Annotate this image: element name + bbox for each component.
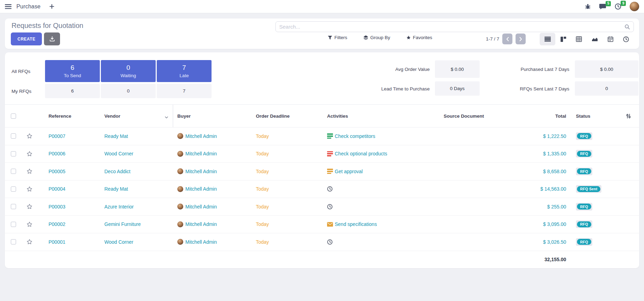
export-button[interactable] [44, 32, 60, 45]
filters-menu[interactable]: Filters [328, 35, 347, 40]
favorites-menu[interactable]: Favorites [406, 35, 432, 40]
row-checkbox[interactable] [11, 239, 16, 244]
vendor-link[interactable]: Gemini Furniture [104, 221, 141, 227]
column-header-total[interactable]: Total [511, 105, 567, 127]
tile-my-late[interactable]: 7 [157, 84, 212, 98]
favorite-star-icon[interactable] [21, 233, 38, 251]
favorite-star-icon[interactable] [21, 145, 38, 163]
lead-time-value[interactable]: 0 Days [435, 81, 480, 96]
column-header-activities[interactable]: Activities [324, 105, 441, 127]
buyer-link[interactable]: Mitchell Admin [185, 204, 217, 210]
buyer-link[interactable]: Mitchell Admin [185, 151, 217, 156]
tile-late[interactable]: 7 Late [157, 60, 212, 82]
buyer-avatar [177, 133, 183, 139]
reference-link[interactable]: P00002 [49, 221, 65, 227]
activity-cell[interactable] [327, 186, 333, 192]
row-checkbox[interactable] [11, 222, 16, 227]
order-deadline-value: Today [256, 204, 269, 210]
favorite-star-icon[interactable] [21, 198, 38, 215]
row-checkbox[interactable] [11, 151, 16, 156]
row-checkbox[interactable] [11, 186, 16, 192]
apps-menu-icon[interactable] [5, 4, 12, 9]
avg-order-value-value[interactable]: $ 0.00 [435, 60, 480, 78]
reference-link[interactable]: P00004 [49, 186, 65, 192]
activity-cell[interactable] [327, 239, 333, 245]
vendor-link[interactable]: Deco Addict [104, 169, 131, 174]
buyer-link[interactable]: Mitchell Admin [185, 169, 217, 174]
layers-icon [363, 35, 368, 40]
view-pivot-button[interactable] [571, 33, 587, 45]
search-bar[interactable] [275, 21, 634, 32]
column-header-order-deadline[interactable]: Order Deadline [249, 105, 324, 127]
purchased-last-7-days-value[interactable]: $ 0.00 [575, 60, 638, 78]
vendor-link[interactable]: Ready Mat [104, 186, 128, 192]
table-row[interactable]: P00003 Azure Interior Mitchell Admin Tod… [5, 198, 639, 216]
table-row[interactable]: P00001 Wood Corner Mitchell Admin Today … [5, 233, 639, 251]
app-name[interactable]: Purchase [16, 3, 40, 10]
favorite-star-icon[interactable] [21, 216, 38, 233]
table-row[interactable]: P00002 Gemini Furniture Mitchell Admin T… [5, 216, 639, 234]
tile-my-waiting[interactable]: 0 [101, 84, 156, 98]
buyer-link[interactable]: Mitchell Admin [185, 186, 217, 192]
row-checkbox[interactable] [11, 204, 16, 209]
vendor-link[interactable]: Azure Interior [104, 204, 134, 210]
row-checkbox[interactable] [11, 133, 16, 139]
buyer-link[interactable]: Mitchell Admin [185, 221, 217, 227]
activities-clock-icon[interactable]: 9 [615, 3, 621, 10]
vendor-link[interactable]: Wood Corner [104, 151, 133, 156]
column-header-source-document[interactable]: Source Document [441, 105, 511, 127]
debug-bug-icon[interactable] [585, 3, 591, 9]
column-header-status[interactable]: Status [567, 105, 617, 127]
user-avatar[interactable] [630, 2, 639, 11]
buyer-link[interactable]: Mitchell Admin [185, 133, 217, 139]
table-row[interactable]: P00004 Ready Mat Mitchell Admin Today $ … [5, 181, 639, 198]
create-button[interactable]: CREATE [11, 32, 42, 45]
tile-my-to-send[interactable]: 6 [45, 84, 100, 98]
avg-order-value-label: Avg Order Value [319, 67, 430, 72]
group-by-menu[interactable]: Group By [363, 35, 390, 40]
view-activity-button[interactable] [618, 33, 634, 45]
vendor-link[interactable]: Ready Mat [104, 133, 128, 139]
column-header-buyer[interactable]: Buyer [173, 105, 249, 127]
view-list-button[interactable] [540, 33, 555, 45]
pivot-view-icon [576, 36, 582, 42]
activity-cell[interactable]: Get approval [327, 169, 363, 174]
top-navbar: Purchase 5 9 [0, 0, 644, 13]
favorite-star-icon[interactable] [21, 127, 38, 145]
table-row[interactable]: P00005 Deco Addict Mitchell Admin Today … [5, 163, 639, 181]
new-tab-plus-icon[interactable] [50, 4, 54, 9]
reference-link[interactable]: P00006 [49, 151, 65, 156]
tile-waiting[interactable]: 0 Waiting [101, 60, 156, 82]
view-calendar-button[interactable] [602, 33, 618, 45]
rfqs-sent-last-7-days-value[interactable]: 0 [575, 81, 638, 96]
reference-link[interactable]: P00001 [49, 239, 65, 245]
favorite-star-icon[interactable] [21, 181, 38, 198]
optional-columns-button[interactable] [617, 105, 639, 127]
select-all-checkbox[interactable] [11, 113, 16, 119]
purchase-app-page: { "navbar": { "app_name": "Purchase", "m… [0, 0, 644, 301]
status-badge: RFQ Sent [576, 185, 601, 193]
column-header-vendor[interactable]: Vendor [99, 105, 173, 127]
activity-cell[interactable] [327, 204, 333, 210]
pager-next-button[interactable] [516, 34, 526, 44]
messages-icon[interactable]: 5 [599, 3, 606, 10]
favorite-star-icon[interactable] [21, 163, 38, 180]
activity-cell[interactable]: Check optional products [327, 151, 387, 156]
table-row[interactable]: P00006 Wood Corner Mitchell Admin Today … [5, 145, 639, 163]
pager-previous-button[interactable] [502, 34, 512, 44]
vendor-link[interactable]: Wood Corner [104, 239, 133, 245]
view-kanban-button[interactable] [555, 33, 571, 45]
reference-link[interactable]: P00003 [49, 204, 65, 210]
reference-link[interactable]: P00007 [49, 133, 65, 139]
tile-to-send[interactable]: 6 To Send [45, 60, 100, 82]
buyer-link[interactable]: Mitchell Admin [185, 239, 217, 245]
reference-link[interactable]: P00005 [49, 169, 65, 174]
table-row[interactable]: P00007 Ready Mat Mitchell Admin Today Ch… [5, 127, 639, 145]
search-input[interactable] [279, 24, 624, 30]
column-header-reference[interactable]: Reference [38, 105, 99, 127]
activity-cell[interactable]: Send specifications [327, 221, 377, 227]
activity-cell[interactable]: Check competitors [327, 133, 375, 139]
view-graph-button[interactable] [587, 33, 602, 45]
sort-chevron-down-icon[interactable] [165, 114, 168, 119]
row-checkbox[interactable] [11, 169, 16, 174]
